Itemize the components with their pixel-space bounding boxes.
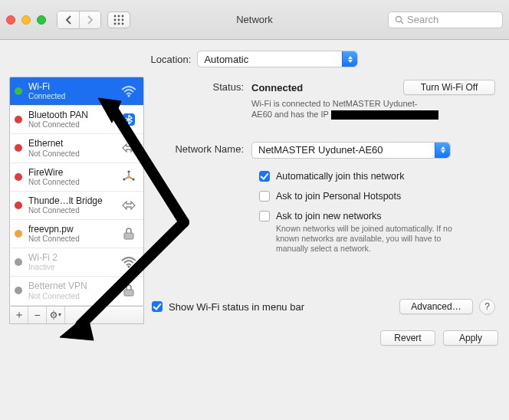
svg-point-3 <box>114 18 117 21</box>
gear-icon <box>50 310 62 320</box>
service-status: Not Connected <box>28 206 113 215</box>
service-name: Ethernet <box>28 139 113 149</box>
sidebar: Wi-FiConnectedBluetooth PANNot Connected… <box>9 77 144 324</box>
zoom-window[interactable] <box>37 15 46 25</box>
status-dot <box>15 173 22 181</box>
redacted-ip <box>331 110 438 120</box>
status-dot <box>15 116 22 123</box>
status-value: Connected <box>251 82 303 94</box>
svg-point-6 <box>114 22 117 25</box>
firewire-icon <box>119 169 139 185</box>
advanced-button[interactable]: Advanced… <box>399 299 473 314</box>
location-value: Automatic <box>204 54 248 65</box>
service-row[interactable]: Bluetooth PANNot Connected <box>10 106 143 134</box>
forward-button[interactable] <box>79 11 100 28</box>
show-menubar-label: Show Wi-Fi status in menu bar <box>169 301 304 313</box>
svg-point-1 <box>118 15 120 17</box>
footer: Revert Apply <box>0 324 509 355</box>
service-status: Connected <box>28 92 113 100</box>
svg-line-29 <box>51 313 52 313</box>
close-window[interactable] <box>6 15 15 25</box>
content: Wi-FiConnectedBluetooth PANNot Connected… <box>0 74 509 324</box>
service-name: Wi-Fi <box>28 82 113 92</box>
status-label: Status: <box>152 80 251 93</box>
service-row[interactable]: freevpn.pwNot Connected <box>10 220 143 248</box>
show-menubar-checkbox[interactable] <box>152 301 163 312</box>
wifi-icon <box>119 85 139 97</box>
svg-line-10 <box>401 21 403 24</box>
ethernet-icon <box>119 142 139 154</box>
status-dot <box>15 287 22 294</box>
location-row: Location: Automatic <box>0 40 509 74</box>
vpn-icon <box>119 226 139 241</box>
auto-join-checkbox[interactable] <box>259 171 270 182</box>
service-status: Not Connected <box>28 178 113 186</box>
revert-button[interactable]: Revert <box>380 330 435 346</box>
network-name-select[interactable]: NetMASTER Uydunet-AE60 <box>251 142 451 159</box>
svg-point-2 <box>122 15 124 17</box>
apply-button[interactable]: Apply <box>443 330 498 346</box>
svg-line-31 <box>51 317 52 317</box>
svg-point-14 <box>127 170 130 172</box>
service-name: Thunde…lt Bridge <box>28 196 113 206</box>
status-dot <box>15 202 22 209</box>
detail-panel: Status: Connected Turn Wi-Fi Off Wi-Fi i… <box>152 77 500 324</box>
service-toolbar: ＋ − <box>9 307 144 324</box>
search-input[interactable] <box>407 14 496 25</box>
add-service-button[interactable]: ＋ <box>10 307 28 323</box>
service-name: Wi-Fi 2 <box>28 253 113 263</box>
service-status: Not Connected <box>28 120 113 129</box>
auto-join-row: Automatically join this network <box>259 171 495 182</box>
nav-buttons <box>57 11 101 29</box>
location-select[interactable]: Automatic <box>197 51 358 67</box>
service-row[interactable]: Wi-FiConnected <box>10 77 143 106</box>
service-row[interactable]: FireWireNot Connected <box>10 163 143 192</box>
svg-point-16 <box>123 178 125 180</box>
service-status: Not Connected <box>28 149 113 158</box>
service-row[interactable]: EthernetNot Connected <box>10 134 143 162</box>
svg-rect-20 <box>124 233 133 239</box>
chevron-updown-icon <box>435 143 450 158</box>
svg-point-24 <box>53 314 54 316</box>
bluetooth-icon <box>119 112 139 127</box>
search-field[interactable] <box>388 11 503 28</box>
service-name: Bluetooth PAN <box>28 110 113 120</box>
svg-point-7 <box>118 22 120 25</box>
chevron-updown-icon <box>342 51 357 67</box>
service-row[interactable]: Thunde…lt BridgeNot Connected <box>10 192 143 220</box>
panel-bottom: Show Wi-Fi status in menu bar Advanced… … <box>152 293 495 324</box>
service-actions-button[interactable] <box>47 307 65 323</box>
service-row[interactable]: Wi-Fi 2Inactive <box>10 248 143 277</box>
svg-line-30 <box>55 317 56 317</box>
help-button[interactable]: ? <box>479 299 495 315</box>
service-status: Inactive <box>28 263 113 271</box>
svg-point-4 <box>118 18 120 21</box>
ask-join-description: Known networks will be joined automatica… <box>276 224 475 254</box>
wifi-icon <box>119 256 139 268</box>
svg-point-0 <box>114 15 117 17</box>
svg-point-8 <box>122 22 124 25</box>
show-all-button[interactable] <box>107 11 130 28</box>
svg-point-9 <box>396 16 402 21</box>
service-list[interactable]: Wi-FiConnectedBluetooth PANNot Connected… <box>9 77 144 307</box>
ask-join-checkbox[interactable] <box>259 211 270 221</box>
back-button[interactable] <box>57 11 79 28</box>
status-description: Wi-Fi is connected to NetMASTER Uydunet-… <box>251 98 495 120</box>
remove-service-button[interactable]: − <box>28 307 47 323</box>
personal-hotspot-checkbox[interactable] <box>259 191 270 202</box>
service-name: FireWire <box>28 168 113 178</box>
ask-join-label: Ask to join new networks <box>276 211 475 221</box>
minimize-window[interactable] <box>21 15 31 25</box>
wifi-toggle-button[interactable]: Turn Wi-Fi Off <box>403 80 495 95</box>
svg-point-21 <box>128 266 130 268</box>
location-label: Location: <box>151 54 192 65</box>
personal-hotspot-row: Ask to join Personal Hotspots <box>259 191 495 202</box>
service-row[interactable]: Betternet VPNNot Connected <box>10 277 143 305</box>
titlebar: Network <box>0 0 509 40</box>
auto-join-label: Automatically join this network <box>276 171 404 182</box>
thunderbolt-icon <box>119 199 139 212</box>
svg-point-15 <box>132 178 134 180</box>
service-status: Not Connected <box>28 235 113 243</box>
network-name-row: Network Name: NetMASTER Uydunet-AE60 <box>152 142 495 159</box>
svg-rect-22 <box>124 290 133 296</box>
